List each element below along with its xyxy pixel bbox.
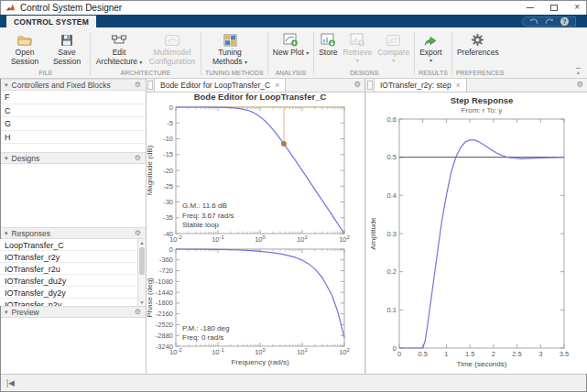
open-session-button[interactable]: Open Session (4, 29, 46, 66)
help-icon[interactable]: ? (560, 17, 569, 26)
svg-text:Phase (deg): Phase (deg) (147, 278, 154, 318)
list-item[interactable]: IOTransfer_dy2y (0, 287, 137, 299)
gear-icon[interactable]: ⚙ (572, 79, 587, 92)
close-icon[interactable]: × (574, 3, 580, 12)
retrieve-icon (350, 31, 365, 49)
dock-panels-icon[interactable]: |◀ (6, 378, 15, 387)
document-tile-icon[interactable] (367, 81, 373, 90)
tab-control-system[interactable]: CONTROL SYSTEM (6, 16, 96, 27)
svg-text:0: 0 (397, 350, 401, 358)
svg-text:0: 0 (169, 245, 173, 254)
list-item[interactable]: C (0, 104, 146, 118)
tab-close-icon[interactable]: × (456, 81, 461, 90)
scroll-up-icon[interactable]: ▲ (140, 239, 145, 246)
store-button[interactable]: Store (316, 29, 340, 58)
panel-header-responses[interactable]: ▾ Responses ⚙ (0, 227, 146, 239)
svg-text:0.6: 0.6 (387, 115, 397, 124)
list-item[interactable]: IOTransfer_du2y (0, 275, 137, 287)
save-disk-icon (60, 31, 73, 49)
button-label: Tuning Methods (212, 48, 243, 66)
list-item[interactable]: IOTransfer_r2u (0, 263, 137, 275)
edit-architecture-button[interactable]: Edit Architecture ▾ (92, 29, 146, 66)
ribbon: Open Session Save Session FILE Edit Arch… (0, 27, 587, 79)
tuning-methods-button[interactable]: Tuning Methods ▾ (203, 29, 256, 66)
gear-icon[interactable]: ⚙ (135, 155, 141, 162)
panel-header-preview[interactable]: ▾ Preview ⚙ (0, 306, 146, 318)
scrollbar[interactable]: ▲ ▼ (137, 239, 146, 306)
list-item[interactable]: H (0, 131, 146, 145)
panel-collapse-icon[interactable]: ▾ (5, 155, 8, 162)
matlab-logo-icon (5, 3, 16, 13)
retrieve-button[interactable]: Retrieve ▾ (341, 29, 375, 63)
designs-list (0, 164, 146, 227)
svg-text:Step Response: Step Response (451, 95, 514, 105)
ribbon-group-architecture: Edit Architecture ▾ Multimodel Configura… (91, 29, 201, 78)
panel-header-designs[interactable]: ▾ Designs ⚙ (0, 152, 146, 164)
panel-collapse-icon[interactable]: ▾ (5, 230, 8, 237)
ribbon-group-preferences: Preferences PREFERENCES (452, 29, 508, 78)
gear-icon[interactable]: ⚙ (350, 79, 364, 92)
multimodel-configuration-icon (164, 31, 180, 49)
document-tile-icon[interactable] (147, 81, 153, 90)
group-label-results: RESULTS (417, 70, 450, 78)
list-item[interactable]: LoopTransfer_C (0, 239, 137, 251)
bode-editor-pane: Bode Editor for LoopTransfer_C × ⚙ 10-21… (147, 79, 364, 374)
svg-text:0.4: 0.4 (387, 191, 397, 200)
bode-tab-strip: Bode Editor for LoopTransfer_C × ⚙ (147, 79, 364, 93)
list-item[interactable]: IOTransfer_r2y (0, 251, 137, 263)
svg-text:-720: -720 (159, 267, 173, 275)
panel-header-controllers[interactable]: ▾ Controllers and Fixed Blocks ⚙ (0, 79, 146, 91)
new-plot-button[interactable]: New Plot ▾ (270, 29, 311, 58)
group-label-preferences: PREFERENCES (454, 70, 506, 78)
open-folder-icon (17, 31, 33, 49)
step-response-plot[interactable]: 00.511.522.533.500.10.20.30.40.50.6Step … (366, 93, 584, 374)
export-icon (423, 31, 438, 49)
preferences-button[interactable]: Preferences (454, 29, 502, 58)
window-title: Control System Designer (20, 3, 122, 13)
tab-bode-editor[interactable]: Bode Editor for LoopTransfer_C × (154, 79, 286, 92)
bode-editor-body: 10-210-11001011020-5-10-15-20-25-30-35-4… (147, 93, 364, 374)
quick-access-toolbar: ? (522, 16, 576, 27)
tab-step-response[interactable]: IOTransfer_r2y: step × (374, 79, 467, 92)
list-item[interactable]: F (0, 91, 146, 104)
tab-close-icon[interactable]: × (275, 81, 279, 90)
svg-text:100: 100 (255, 347, 266, 357)
list-item[interactable]: IOTransfer_n2y (0, 299, 137, 306)
svg-text:-1440: -1440 (156, 289, 173, 297)
dropdown-icon: ▾ (356, 58, 359, 63)
collapse-ribbon-icon[interactable]: ▴ (576, 68, 581, 75)
maximize-icon[interactable] (550, 5, 558, 11)
sidebar: ▾ Controllers and Fixed Blocks ⚙ F C G H… (0, 79, 147, 374)
svg-text:101: 101 (297, 347, 308, 357)
dropdown-icon: ▾ (306, 50, 309, 56)
new-plot-icon (283, 31, 299, 49)
panel-title: Preview (12, 308, 39, 317)
button-label: Edit Architecture (96, 48, 137, 66)
gear-icon[interactable]: ⚙ (135, 230, 141, 237)
undo-icon[interactable] (529, 17, 538, 25)
ribbon-group-designs: Store Retrieve ▾ Compare ▾ DESIGNS (314, 29, 414, 78)
export-button[interactable]: Export ▾ (417, 29, 445, 63)
responses-list: LoopTransfer_C IOTransfer_r2y IOTransfer… (0, 239, 146, 306)
minimize-icon[interactable] (527, 7, 534, 8)
redo-icon[interactable] (545, 17, 554, 25)
svg-text:P.M.: -180 deg: P.M.: -180 deg (182, 324, 229, 332)
panel-collapse-icon[interactable]: ▾ (5, 82, 8, 89)
bode-phase-plot[interactable]: 10-210-11001011020-360-720-1080-1440-180… (147, 93, 364, 374)
panel-spacer (0, 144, 146, 152)
compare-icon (386, 31, 401, 49)
gear-icon[interactable]: ⚙ (135, 309, 141, 316)
scroll-down-icon[interactable]: ▼ (140, 299, 145, 306)
scrollbar-thumb[interactable] (139, 247, 145, 275)
svg-text:From: r To: y: From: r To: y (462, 106, 503, 114)
multimodel-configuration-button[interactable]: Multimodel Configuration (146, 29, 199, 66)
list-item[interactable]: G (0, 117, 146, 131)
gear-icon (471, 31, 484, 49)
panel-collapse-icon[interactable]: ▾ (5, 309, 8, 316)
panel-title: Designs (12, 154, 40, 163)
compare-button[interactable]: Compare ▾ (375, 29, 412, 63)
gear-icon[interactable]: ⚙ (135, 82, 141, 89)
step-tab-strip: IOTransfer_r2y: step × ⚙ (366, 79, 587, 93)
save-session-button[interactable]: Save Session (46, 29, 88, 66)
group-label-analysis: ANALYSIS (270, 70, 311, 78)
